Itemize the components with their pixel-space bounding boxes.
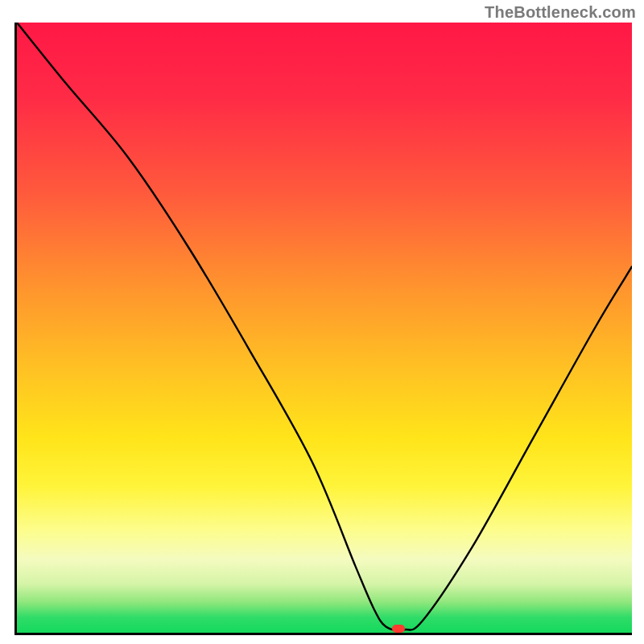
plot-area [14,23,632,635]
bottleneck-curve [17,23,632,633]
chart-frame: TheBottleneck.com [0,0,644,644]
attribution-text: TheBottleneck.com [485,3,636,22]
optimum-marker [392,625,405,633]
